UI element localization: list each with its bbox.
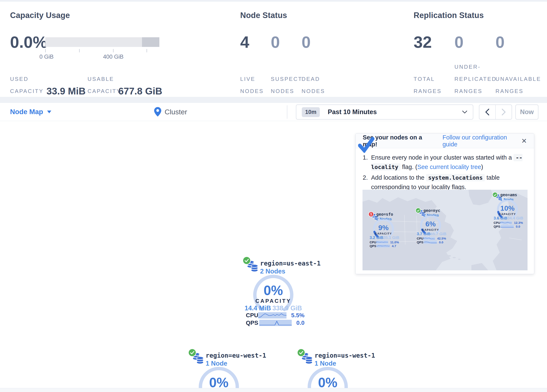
example-node-map: 1 geo=sfo 2 Nodes 9% CAPACITY 3.2 GiB 35…: [362, 190, 527, 270]
suspect-nodes-label: SUSPECT NODES: [271, 73, 302, 97]
map-node-total: 35.1 GiB: [383, 235, 399, 240]
cpu-label: CPU: [246, 312, 258, 319]
popup-instructions: 1.Ensure every node in your cluster was …: [356, 148, 534, 192]
check-icon: [244, 259, 249, 262]
capacity-tick: [147, 49, 147, 52]
breadcrumb[interactable]: Cluster: [154, 103, 187, 121]
map-node-used: 3.7 GiB: [417, 232, 430, 236]
cpu-sparkline: [500, 221, 512, 224]
capacity-gauge-percent: 6%: [418, 220, 443, 228]
unavailable-count: 0: [495, 33, 505, 52]
cpu-label: CPU: [417, 237, 424, 240]
total-ranges-count: 32: [414, 33, 432, 52]
step-number: 1.: [363, 153, 371, 162]
capacity-gauge-label: CAPACITY: [418, 228, 443, 231]
region-used-capacity: 14.4 MiB: [245, 304, 271, 312]
capacity-gauge-percent: 9%: [371, 224, 396, 232]
qps-value: 0.0: [516, 225, 520, 228]
time-range-dropdown[interactable]: 10m Past 10 Minutes: [296, 104, 473, 120]
cpu-value: 12.3%: [514, 221, 523, 225]
replication-status-title: Replication Status: [414, 11, 484, 20]
used-capacity-label: USED CAPACITY: [10, 73, 44, 97]
healthy-check-badge: [416, 208, 421, 213]
now-button[interactable]: Now: [515, 104, 538, 120]
capacity-usage-bar: [45, 37, 159, 47]
map-node-used: 3.6 GiB: [494, 216, 507, 220]
toolbar-divider: [287, 105, 287, 119]
time-forward-button[interactable]: [495, 105, 512, 119]
cpu-value: 5.5%: [291, 312, 305, 319]
view-selector-label: Node Map: [10, 108, 43, 116]
capacity-gauge-label: CAPACITY: [495, 213, 520, 216]
check-icon: [494, 194, 497, 196]
view-selector-dropdown[interactable]: Node Map: [10, 103, 52, 121]
cpu-label: CPU: [370, 241, 376, 244]
time-back-button[interactable]: [479, 105, 495, 119]
qps-label: QPS: [494, 225, 501, 228]
capacity-tick: [79, 49, 80, 52]
healthy-check-badge: [242, 256, 251, 265]
dead-nodes-label: DEAD NODES: [301, 73, 325, 97]
configuration-guide-link[interactable]: Follow our configuration guide: [443, 134, 521, 148]
page-bottom-strip: [0, 388, 547, 392]
chevron-left-icon: [485, 109, 490, 116]
cpu-label: CPU: [494, 221, 500, 225]
healthy-check-badge: [188, 348, 196, 357]
close-icon[interactable]: ✕: [521, 137, 527, 145]
qps-label: QPS: [246, 320, 259, 326]
unavailable-label: UNAVAILABLE RANGES: [495, 73, 541, 97]
cpu-sparkline: [376, 241, 388, 244]
check-icon: [417, 209, 420, 212]
capacity-usage-bar-reserved: [142, 37, 159, 47]
time-step-buttons: [479, 104, 512, 120]
qps-label: QPS: [370, 244, 377, 248]
qps-value: 0.0: [296, 320, 305, 326]
step-text: flag. (: [400, 164, 417, 170]
check-icon: [190, 351, 195, 355]
dead-nodes-count: 0: [301, 33, 311, 52]
usable-capacity-value: 677.8 GiB: [118, 85, 162, 97]
capacity-usage-percent: 0.0%: [10, 33, 47, 52]
qps-sparkline: [377, 244, 390, 248]
used-capacity-value: 33.9 MiB: [47, 85, 86, 97]
step-number: 2.: [363, 173, 371, 182]
step-text: Ensure every node in your cluster was st…: [371, 154, 513, 161]
nodemap-toolbar: Node Map Cluster 10m Past 10 Minutes Now: [0, 103, 547, 121]
cpu-value: 42.5%: [437, 237, 446, 240]
locality-tree-link[interactable]: See current locality tree: [417, 164, 481, 170]
location-pin-icon: [154, 107, 161, 117]
instruction-step-1: 1.Ensure every node in your cluster was …: [371, 153, 528, 172]
map-node-label: geo=sfo: [376, 212, 393, 217]
step-text: Add locations to the: [371, 174, 426, 181]
capacity-usage-title: Capacity Usage: [10, 11, 70, 20]
region-total-capacity: 338.9 GiB: [273, 304, 302, 312]
capacity-tick-label-0: 0 GiB: [39, 54, 54, 60]
system-locations-code: system.locations: [426, 174, 485, 181]
caret-down-icon: [47, 110, 52, 113]
qps-sparkline: [424, 241, 437, 244]
chevron-right-icon: [501, 109, 506, 116]
qps-sparkline: [259, 320, 292, 326]
qps-label: QPS: [417, 241, 424, 244]
total-ranges-label: TOTAL RANGES: [414, 73, 442, 97]
live-nodes-label: LIVE NODES: [240, 73, 264, 97]
map-node-total: 34.4 GiB: [507, 216, 523, 220]
qps-sparkline: [501, 225, 514, 228]
qps-value: 4.7: [392, 244, 396, 248]
cpu-value: 11.0%: [390, 241, 399, 244]
map-node-label: geo=nyc: [424, 208, 440, 213]
map-node-label: geo=ams: [500, 193, 517, 197]
instruction-step-2: 2.Add locations to the system.locations …: [371, 173, 528, 192]
cluster-summary-band: Capacity Usage document.currentScript.pr…: [0, 2, 547, 97]
chevron-down-icon: [462, 110, 467, 114]
healthy-check-badge: [492, 192, 498, 198]
capacity-gauge-percent: 10%: [495, 204, 520, 212]
popup-header: See your nodes on a map! Follow our conf…: [356, 134, 534, 148]
cpu-sparkline: [258, 312, 287, 318]
map-node-total: 65.7 GiB: [430, 232, 446, 236]
cpu-sparkline: [424, 237, 435, 240]
healthy-check-badge: [297, 348, 305, 357]
capacity-gauge-percent: 0%: [243, 283, 304, 298]
node-status-title: Node Status: [240, 11, 287, 20]
step-text: ): [481, 164, 483, 170]
